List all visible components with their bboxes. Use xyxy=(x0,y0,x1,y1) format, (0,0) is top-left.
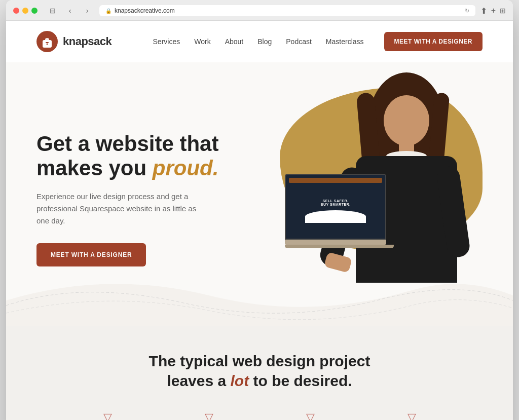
minimize-button[interactable] xyxy=(22,8,28,14)
hero-content: Get a website that makes you proud. Expe… xyxy=(36,132,218,267)
hero-title-line2: makes you xyxy=(36,156,153,180)
svg-point-4 xyxy=(47,44,48,45)
sidebar-toggle-icon[interactable]: ⊟ xyxy=(46,5,60,16)
refresh-icon[interactable]: ↻ xyxy=(465,8,469,14)
laptop: SELL SAFER.BUY SMARTER. xyxy=(285,174,394,248)
nav-masterclass[interactable]: Masterclass xyxy=(326,37,364,46)
person-face xyxy=(384,95,429,146)
laptop-screen-wave xyxy=(305,210,366,223)
maximize-button[interactable] xyxy=(31,8,38,14)
browser-chrome: ⊟ ‹ › 🔒 knapsackcreative.com ↻ ⬆ + ⊞ xyxy=(6,0,513,21)
bottom-title-end: to be desired. xyxy=(249,372,352,389)
chevron-3: ▽ xyxy=(306,411,315,420)
hero-cta-button[interactable]: MEET WITH A DESIGNER xyxy=(36,243,146,266)
url-text: knapsackcreative.com xyxy=(115,7,175,14)
person-hand-left xyxy=(324,252,352,273)
laptop-screen-text1: SELL SAFER.BUY SMARTER. xyxy=(320,199,350,206)
hero-title: Get a website that makes you proud. xyxy=(36,132,218,181)
security-icon: 🔒 xyxy=(105,8,112,14)
chevron-2: ▽ xyxy=(205,411,213,420)
back-button[interactable]: ‹ xyxy=(63,5,77,16)
share-icon[interactable]: ⬆ xyxy=(480,6,487,16)
svg-rect-2 xyxy=(45,38,49,41)
close-button[interactable] xyxy=(13,8,19,14)
site-navigation: knapsack Services Work About Blog Podcas… xyxy=(6,21,513,62)
new-tab-icon[interactable]: + xyxy=(491,6,496,15)
hero-subtitle: Experience our live design process and g… xyxy=(36,190,209,227)
chevron-row: ▽ ▽ ▽ ▽ xyxy=(36,406,483,420)
nav-about[interactable]: About xyxy=(225,37,244,46)
website-content: knapsack Services Work About Blog Podcas… xyxy=(6,21,513,420)
hero-image-area: SELL SAFER.BUY SMARTER. xyxy=(234,62,513,326)
svg-rect-3 xyxy=(46,42,49,43)
browser-actions: ⬆ + ⊞ xyxy=(480,6,506,16)
nav-cta-button[interactable]: MEET WITH A DESIGNER xyxy=(384,32,483,51)
person-figure: SELL SAFER.BUY SMARTER. xyxy=(325,72,488,306)
chevron-4: ▽ xyxy=(407,411,416,420)
hero-section: Get a website that makes you proud. Expe… xyxy=(6,62,513,326)
window-controls xyxy=(13,8,38,14)
bottom-title-line1: The typical web design project xyxy=(149,353,370,369)
browser-navigation: ⊟ ‹ › xyxy=(46,5,94,16)
laptop-screen: SELL SAFER.BUY SMARTER. xyxy=(285,174,386,240)
nav-work[interactable]: Work xyxy=(194,37,210,46)
laptop-screen-nav xyxy=(289,178,382,183)
bottom-title-line2: leaves a xyxy=(167,372,230,389)
tabs-icon[interactable]: ⊞ xyxy=(500,7,506,15)
laptop-base xyxy=(285,245,394,248)
logo[interactable]: knapsack xyxy=(36,31,112,52)
logo-icon xyxy=(36,31,58,52)
nav-services[interactable]: Services xyxy=(153,37,180,46)
laptop-hinge xyxy=(285,240,386,245)
chevron-1: ▽ xyxy=(103,411,112,420)
forward-button[interactable]: › xyxy=(80,5,94,16)
address-bar[interactable]: 🔒 knapsackcreative.com ↻ xyxy=(99,5,475,16)
laptop-screen-body: SELL SAFER.BUY SMARTER. xyxy=(289,186,382,236)
bottom-title-italic: lot xyxy=(231,372,249,389)
logo-text: knapsack xyxy=(63,35,112,48)
nav-podcast[interactable]: Podcast xyxy=(286,37,312,46)
nav-links: Services Work About Blog Podcast Masterc… xyxy=(153,37,364,46)
bottom-title: The typical web design project leaves a … xyxy=(36,351,483,391)
nav-blog[interactable]: Blog xyxy=(257,37,272,46)
laptop-screen-content: SELL SAFER.BUY SMARTER. xyxy=(286,175,385,239)
hero-title-italic: proud. xyxy=(153,156,219,180)
browser-window: ⊟ ‹ › 🔒 knapsackcreative.com ↻ ⬆ + ⊞ xyxy=(6,0,513,420)
hero-title-line1: Get a website that xyxy=(36,132,218,156)
bottom-section: The typical web design project leaves a … xyxy=(6,326,513,420)
